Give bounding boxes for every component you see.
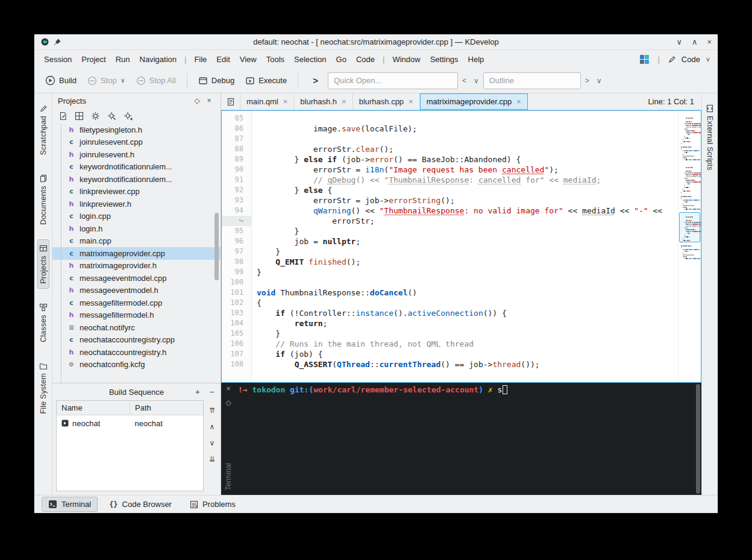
tree-item[interactable]: clinkpreviewer.cpp (52, 186, 221, 198)
editor-tab[interactable]: main.qml× (240, 93, 294, 110)
gear-configure-icon[interactable] (124, 112, 133, 121)
gear-icon[interactable] (91, 112, 100, 121)
line-number[interactable]: 106 (222, 339, 251, 349)
line-number[interactable]: 97 (222, 247, 251, 257)
tree-item[interactable]: cmain.cpp (52, 235, 221, 248)
tree-item[interactable]: hmessagefiltermodel.h (52, 309, 221, 322)
tree-item[interactable]: hmessageeventmodel.h (52, 285, 221, 297)
quick-open-prev-button[interactable]: < (459, 75, 469, 86)
line-number[interactable]: 88 (222, 144, 251, 154)
terminal-content[interactable]: !→ tokodon git:(work/carl/remember-selec… (236, 383, 694, 495)
line-number[interactable]: 87 (222, 134, 251, 144)
line-number[interactable]: 93 (222, 195, 251, 206)
line-number[interactable]: 99 (222, 267, 251, 277)
tree-item[interactable]: hlogin.h (52, 222, 221, 235)
menu-go[interactable]: Go (331, 52, 351, 66)
line-number[interactable]: 92 (222, 185, 251, 195)
line-number[interactable]: 94 (222, 206, 251, 216)
jump-to-prompt-icon[interactable]: > (304, 75, 327, 86)
line-number[interactable]: 102 (222, 298, 251, 308)
gear-build-icon[interactable] (107, 112, 116, 121)
line-number[interactable]: 104 (222, 318, 251, 329)
tree-item[interactable]: cmessageeventmodel.cpp (52, 272, 221, 285)
build-button[interactable]: Build (40, 72, 81, 89)
menu-view[interactable]: View (235, 52, 262, 66)
tree-item[interactable]: ≣neochat.notifyrc (52, 321, 221, 334)
line-number[interactable]: 107 (222, 349, 251, 359)
stop-button[interactable]: Stop ∨ (83, 72, 130, 89)
maximize-button[interactable]: ∧ (692, 37, 698, 46)
menu-session[interactable]: Session (39, 52, 77, 66)
menu-tools[interactable]: Tools (262, 52, 289, 66)
close-button[interactable]: × (707, 37, 712, 46)
menu-window[interactable]: Window (387, 52, 425, 66)
outline-dropdown-button[interactable]: ∨ (594, 75, 605, 86)
move-bottom-button[interactable]: ⇊ (209, 455, 215, 464)
editor-tab[interactable]: blurhash.cpp× (353, 93, 420, 110)
tree-item[interactable]: hlinkpreviewer.h (52, 198, 221, 210)
dock-tab-documents[interactable]: Documents (37, 169, 49, 230)
code-text-area[interactable]: image.save(localFile); errorStr.clear();… (252, 111, 678, 382)
menu-project[interactable]: Project (77, 52, 110, 66)
project-file-tree[interactable]: hfiletypesingleton.hcjoinrulesevent.cpph… (52, 124, 221, 383)
line-number[interactable]: 103 (222, 308, 251, 318)
chevron-down-icon[interactable]: ∨ (706, 55, 710, 63)
move-down-button[interactable]: ∨ (210, 439, 215, 447)
column-header-name[interactable]: Name (57, 401, 130, 415)
float-terminal-button[interactable]: ◇ (225, 398, 231, 407)
editor-tab[interactable]: blurhash.h× (294, 93, 352, 110)
column-header-path[interactable]: Path (130, 401, 203, 415)
tree-item[interactable]: hneochataccountregistry.h (52, 346, 221, 359)
stop-all-button[interactable]: Stop All (131, 72, 181, 89)
line-number[interactable]: 108 (222, 359, 251, 370)
dock-tab-scratchpad[interactable]: Scratchpad (37, 99, 49, 160)
new-document-icon[interactable] (58, 112, 67, 121)
tree-item[interactable]: hjoinrulesevent.h (52, 148, 221, 161)
move-up-button[interactable]: ∧ (210, 423, 215, 431)
area-switcher[interactable]: Code (682, 55, 700, 64)
line-number[interactable]: 91 (222, 175, 251, 185)
debug-button[interactable]: Debug (193, 72, 239, 89)
move-top-button[interactable]: ⇈ (209, 406, 215, 415)
statusbar-tab-problems[interactable]: Problems (183, 497, 242, 512)
tree-item[interactable]: clogin.cpp (52, 210, 221, 223)
line-number[interactable]: ↪ (222, 216, 251, 226)
dock-tab-external-scripts[interactable]: External Scripts (704, 99, 716, 175)
menu-help[interactable]: Help (463, 52, 489, 66)
tree-item[interactable]: cmessagefiltermodel.cpp (52, 297, 221, 309)
statusbar-tab-terminal[interactable]: Terminal (42, 497, 98, 512)
line-number[interactable]: 101 (222, 288, 251, 298)
remove-target-button[interactable]: − (210, 387, 215, 397)
tree-item[interactable]: cmatriximageprovider.cpp (52, 247, 221, 260)
dock-tab-projects[interactable]: Projects (37, 239, 49, 289)
float-panel-button[interactable]: ◇ (191, 96, 203, 105)
execute-button[interactable]: Execute (240, 72, 292, 89)
line-number[interactable]: 89 (222, 154, 251, 165)
minimap[interactable] (678, 111, 701, 382)
menu-settings[interactable]: Settings (425, 52, 463, 66)
tree-item[interactable]: ckeywordnotificationrulem... (52, 161, 221, 174)
outline-input[interactable] (483, 72, 581, 89)
menu-run[interactable]: Run (111, 52, 135, 66)
tab-close-icon[interactable]: × (342, 97, 346, 106)
close-terminal-button[interactable]: × (226, 385, 230, 393)
outline-next-button[interactable]: > (582, 75, 592, 86)
tree-item[interactable]: hmatriximageprovider.h (52, 260, 221, 272)
line-number[interactable]: 86 (222, 124, 251, 134)
tab-close-icon[interactable]: × (409, 97, 413, 106)
menu-edit[interactable]: Edit (212, 52, 234, 66)
menu-selection[interactable]: Selection (289, 52, 331, 66)
line-number[interactable]: 85 (222, 113, 251, 124)
line-number[interactable]: 100 (222, 277, 251, 288)
area-grid-icon[interactable] (640, 55, 649, 64)
menu-navigation[interactable]: Navigation (135, 52, 181, 66)
tree-item[interactable]: hkeywordnotificationrulem... (52, 173, 221, 186)
line-number[interactable]: 105 (222, 329, 251, 339)
tab-close-icon[interactable]: × (516, 97, 521, 106)
close-panel-button[interactable]: × (203, 96, 215, 105)
line-number[interactable]: 98 (222, 257, 251, 267)
dock-tab-filesystem[interactable]: File System (37, 357, 49, 419)
editor-tab[interactable]: matriximageprovider.cpp× (420, 93, 528, 110)
add-target-button[interactable]: + (195, 387, 200, 397)
terminal-scrollbar[interactable] (694, 383, 701, 495)
